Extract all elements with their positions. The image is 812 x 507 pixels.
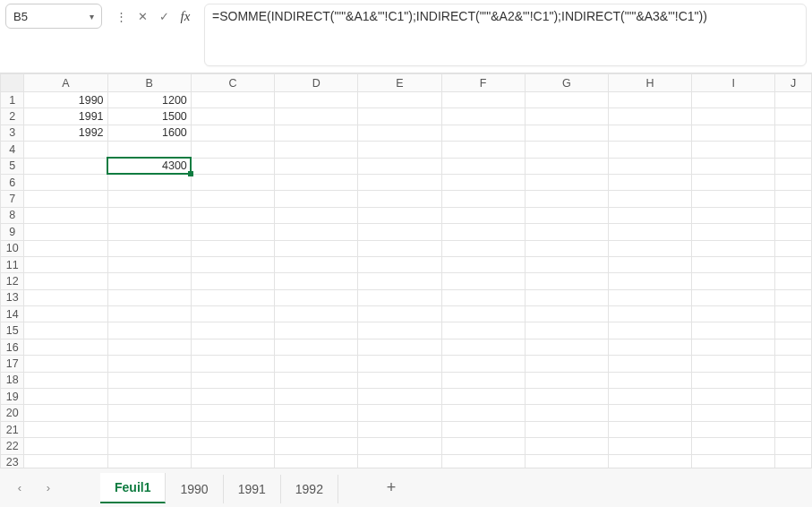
cell-J21[interactable] — [775, 421, 812, 437]
cell-A16[interactable] — [24, 339, 107, 355]
cell-I2[interactable] — [692, 108, 775, 125]
cell-H11[interactable] — [608, 256, 691, 272]
row-header-12[interactable]: 12 — [1, 273, 24, 289]
cell-F7[interactable] — [441, 191, 525, 207]
cell-F21[interactable] — [441, 421, 525, 437]
row-header-7[interactable]: 7 — [1, 191, 24, 207]
cell-A6[interactable] — [24, 174, 107, 190]
col-header-H[interactable]: H — [608, 74, 691, 92]
prev-sheet-button[interactable]: ‹ — [7, 476, 32, 501]
cell-H6[interactable] — [608, 174, 691, 190]
cell-E11[interactable] — [358, 256, 441, 272]
row-header-21[interactable]: 21 — [1, 421, 24, 437]
cell-E18[interactable] — [358, 372, 441, 388]
cell-E9[interactable] — [358, 224, 441, 240]
cell-H18[interactable] — [608, 372, 691, 388]
cell-E5[interactable] — [358, 158, 441, 174]
cell-H10[interactable] — [608, 240, 691, 256]
col-header-A[interactable]: A — [24, 74, 107, 92]
cell-E3[interactable] — [358, 125, 441, 141]
cell-H16[interactable] — [608, 339, 691, 355]
cell-F12[interactable] — [441, 273, 525, 289]
cell-H5[interactable] — [608, 158, 691, 174]
cell-B8[interactable] — [107, 207, 191, 223]
cell-D19[interactable] — [275, 389, 358, 405]
cell-G20[interactable] — [525, 405, 608, 421]
cell-E12[interactable] — [358, 273, 441, 289]
cell-B2[interactable]: 1500 — [107, 108, 191, 125]
cell-G19[interactable] — [525, 389, 608, 405]
cell-E7[interactable] — [358, 191, 441, 207]
cell-H2[interactable] — [608, 108, 691, 125]
cell-J2[interactable] — [775, 108, 812, 125]
cell-F16[interactable] — [441, 339, 525, 355]
cell-C10[interactable] — [191, 240, 274, 256]
cell-E23[interactable] — [358, 454, 441, 468]
cell-D18[interactable] — [275, 372, 358, 388]
cell-H12[interactable] — [608, 273, 691, 289]
sheet-tab-1990[interactable]: 1990 — [166, 475, 223, 503]
cell-I16[interactable] — [692, 339, 775, 355]
cell-F17[interactable] — [441, 356, 525, 372]
col-header-J[interactable]: J — [775, 74, 812, 92]
cell-J6[interactable] — [775, 174, 812, 190]
cell-D3[interactable] — [275, 125, 358, 141]
cell-D7[interactable] — [275, 191, 358, 207]
add-sheet-button[interactable]: + — [378, 475, 405, 502]
cell-B16[interactable] — [107, 339, 191, 355]
cell-G21[interactable] — [525, 421, 608, 437]
cell-E14[interactable] — [358, 306, 441, 322]
cell-E15[interactable] — [358, 322, 441, 339]
cell-J14[interactable] — [775, 306, 812, 322]
cell-G1[interactable] — [525, 92, 608, 108]
cell-I20[interactable] — [692, 405, 775, 421]
cell-H4[interactable] — [608, 142, 691, 158]
cell-A1[interactable]: 1990 — [24, 92, 107, 108]
col-header-B[interactable]: B — [107, 74, 191, 92]
cell-A13[interactable] — [24, 289, 107, 305]
cell-H23[interactable] — [608, 454, 691, 468]
cell-G12[interactable] — [525, 273, 608, 289]
cell-C13[interactable] — [191, 289, 274, 305]
cell-B11[interactable] — [107, 256, 191, 272]
cell-F4[interactable] — [441, 142, 525, 158]
cell-G5[interactable] — [525, 158, 608, 174]
cell-J17[interactable] — [775, 356, 812, 372]
cell-B18[interactable] — [107, 372, 191, 388]
cell-D8[interactable] — [275, 207, 358, 223]
cell-A3[interactable]: 1992 — [24, 125, 107, 141]
cell-C21[interactable] — [191, 421, 274, 437]
cell-C5[interactable] — [191, 158, 274, 174]
cell-J8[interactable] — [775, 207, 812, 223]
cell-H1[interactable] — [608, 92, 691, 108]
cell-G11[interactable] — [525, 256, 608, 272]
cell-H19[interactable] — [608, 389, 691, 405]
cell-I13[interactable] — [692, 289, 775, 305]
cell-D2[interactable] — [275, 108, 358, 125]
cell-A8[interactable] — [24, 207, 107, 223]
cell-C2[interactable] — [191, 108, 274, 125]
cell-J13[interactable] — [775, 289, 812, 305]
cell-D20[interactable] — [275, 405, 358, 421]
next-sheet-button[interactable]: › — [36, 476, 61, 501]
cell-H8[interactable] — [608, 207, 691, 223]
cell-I1[interactable] — [692, 92, 775, 108]
fx-icon[interactable]: fx — [175, 6, 195, 26]
cell-D22[interactable] — [275, 438, 358, 454]
cell-D14[interactable] — [275, 306, 358, 322]
col-header-I[interactable]: I — [692, 74, 775, 92]
cell-A11[interactable] — [24, 256, 107, 272]
cell-E22[interactable] — [358, 438, 441, 454]
cell-G22[interactable] — [525, 438, 608, 454]
cell-I15[interactable] — [692, 322, 775, 339]
row-header-22[interactable]: 22 — [1, 438, 24, 454]
cell-H20[interactable] — [608, 405, 691, 421]
row-header-19[interactable]: 19 — [1, 389, 24, 405]
cell-I5[interactable] — [692, 158, 775, 174]
cell-F15[interactable] — [441, 322, 525, 339]
cell-C14[interactable] — [191, 306, 274, 322]
cell-G17[interactable] — [525, 356, 608, 372]
cell-G9[interactable] — [525, 224, 608, 240]
cell-I8[interactable] — [692, 207, 775, 223]
cell-B9[interactable] — [107, 224, 191, 240]
